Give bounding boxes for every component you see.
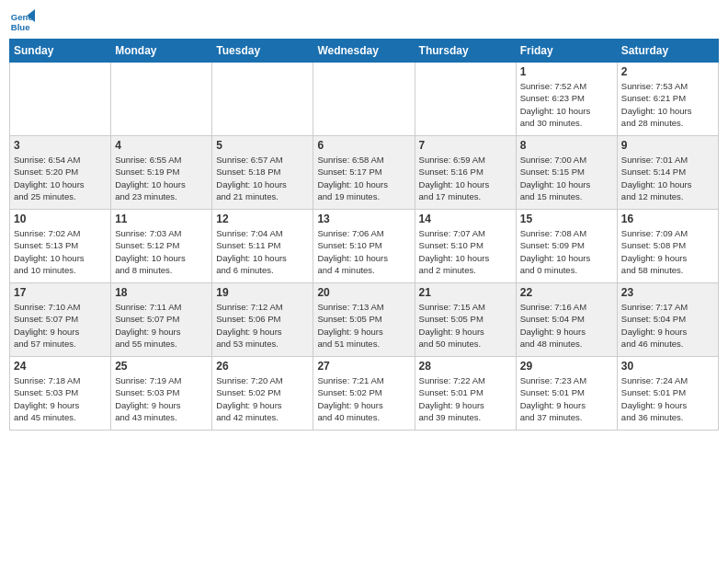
day-info: Sunrise: 7:12 AM Sunset: 5:06 PM Dayligh… xyxy=(216,301,309,350)
weekday-header-thursday: Thursday xyxy=(415,40,516,63)
calendar-cell xyxy=(10,63,111,136)
weekday-header-wednesday: Wednesday xyxy=(313,40,415,63)
day-info: Sunrise: 7:17 AM Sunset: 5:04 PM Dayligh… xyxy=(621,301,714,350)
day-info: Sunrise: 7:19 AM Sunset: 5:03 PM Dayligh… xyxy=(115,374,208,423)
day-info: Sunrise: 7:02 AM Sunset: 5:13 PM Dayligh… xyxy=(14,227,107,276)
calendar-cell: 3Sunrise: 6:54 AM Sunset: 5:20 PM Daylig… xyxy=(10,136,111,210)
calendar-cell: 8Sunrise: 7:00 AM Sunset: 5:15 PM Daylig… xyxy=(516,136,617,210)
calendar-cell: 14Sunrise: 7:07 AM Sunset: 5:10 PM Dayli… xyxy=(415,210,516,283)
day-number: 4 xyxy=(115,139,208,152)
day-number: 29 xyxy=(520,360,613,373)
day-info: Sunrise: 7:13 AM Sunset: 5:05 PM Dayligh… xyxy=(317,301,410,350)
day-info: Sunrise: 7:07 AM Sunset: 5:10 PM Dayligh… xyxy=(419,227,512,276)
calendar-cell: 29Sunrise: 7:23 AM Sunset: 5:01 PM Dayli… xyxy=(516,357,617,431)
day-number: 21 xyxy=(419,286,512,299)
day-info: Sunrise: 7:52 AM Sunset: 6:23 PM Dayligh… xyxy=(520,80,613,129)
weekday-header-friday: Friday xyxy=(516,40,617,63)
calendar-cell: 25Sunrise: 7:19 AM Sunset: 5:03 PM Dayli… xyxy=(111,357,212,431)
weekday-header-monday: Monday xyxy=(111,40,212,63)
calendar-cell: 1Sunrise: 7:52 AM Sunset: 6:23 PM Daylig… xyxy=(516,63,617,136)
day-number: 30 xyxy=(621,360,714,373)
calendar-cell: 7Sunrise: 6:59 AM Sunset: 5:16 PM Daylig… xyxy=(415,136,516,210)
day-info: Sunrise: 6:59 AM Sunset: 5:16 PM Dayligh… xyxy=(419,154,512,202)
day-number: 23 xyxy=(621,286,714,299)
calendar-table: SundayMondayTuesdayWednesdayThursdayFrid… xyxy=(9,39,719,431)
calendar-cell: 10Sunrise: 7:02 AM Sunset: 5:13 PM Dayli… xyxy=(10,210,111,283)
day-number: 20 xyxy=(317,286,410,299)
day-number: 28 xyxy=(419,360,512,373)
day-info: Sunrise: 7:04 AM Sunset: 5:11 PM Dayligh… xyxy=(216,227,309,276)
day-info: Sunrise: 7:20 AM Sunset: 5:02 PM Dayligh… xyxy=(216,374,309,423)
weekday-header-saturday: Saturday xyxy=(617,40,718,63)
day-number: 1 xyxy=(520,65,613,78)
day-number: 9 xyxy=(621,139,714,152)
day-info: Sunrise: 7:53 AM Sunset: 6:21 PM Dayligh… xyxy=(621,80,714,129)
calendar-cell: 23Sunrise: 7:17 AM Sunset: 5:04 PM Dayli… xyxy=(617,283,718,357)
day-info: Sunrise: 7:11 AM Sunset: 5:07 PM Dayligh… xyxy=(115,301,208,350)
calendar-cell: 19Sunrise: 7:12 AM Sunset: 5:06 PM Dayli… xyxy=(212,283,313,357)
day-number: 19 xyxy=(216,286,309,299)
day-number: 14 xyxy=(419,213,512,225)
logo-icon: General Blue xyxy=(9,9,35,35)
day-number: 18 xyxy=(115,286,208,299)
calendar-cell: 26Sunrise: 7:20 AM Sunset: 5:02 PM Dayli… xyxy=(212,357,313,431)
day-number: 16 xyxy=(621,213,714,225)
calendar-cell xyxy=(212,63,313,136)
day-info: Sunrise: 6:54 AM Sunset: 5:20 PM Dayligh… xyxy=(14,154,107,202)
calendar-cell: 21Sunrise: 7:15 AM Sunset: 5:05 PM Dayli… xyxy=(415,283,516,357)
day-info: Sunrise: 7:22 AM Sunset: 5:01 PM Dayligh… xyxy=(419,374,512,423)
calendar-cell xyxy=(111,63,212,136)
day-number: 22 xyxy=(520,286,613,299)
day-info: Sunrise: 7:24 AM Sunset: 5:01 PM Dayligh… xyxy=(621,374,714,423)
day-number: 8 xyxy=(520,139,613,152)
calendar-cell: 18Sunrise: 7:11 AM Sunset: 5:07 PM Dayli… xyxy=(111,283,212,357)
day-info: Sunrise: 7:16 AM Sunset: 5:04 PM Dayligh… xyxy=(520,301,613,350)
calendar-cell: 30Sunrise: 7:24 AM Sunset: 5:01 PM Dayli… xyxy=(617,357,718,431)
day-number: 7 xyxy=(419,139,512,152)
day-info: Sunrise: 6:58 AM Sunset: 5:17 PM Dayligh… xyxy=(317,154,410,202)
calendar-week-3: 10Sunrise: 7:02 AM Sunset: 5:13 PM Dayli… xyxy=(10,210,719,283)
day-info: Sunrise: 7:06 AM Sunset: 5:10 PM Dayligh… xyxy=(317,227,410,276)
day-info: Sunrise: 7:18 AM Sunset: 5:03 PM Dayligh… xyxy=(14,374,107,423)
calendar-cell: 13Sunrise: 7:06 AM Sunset: 5:10 PM Dayli… xyxy=(313,210,415,283)
day-info: Sunrise: 7:21 AM Sunset: 5:02 PM Dayligh… xyxy=(317,374,410,423)
calendar-cell: 2Sunrise: 7:53 AM Sunset: 6:21 PM Daylig… xyxy=(617,63,718,136)
day-info: Sunrise: 7:03 AM Sunset: 5:12 PM Dayligh… xyxy=(115,227,208,276)
day-info: Sunrise: 7:00 AM Sunset: 5:15 PM Dayligh… xyxy=(520,154,613,202)
day-number: 3 xyxy=(14,139,107,152)
day-number: 24 xyxy=(14,360,107,373)
calendar-week-5: 24Sunrise: 7:18 AM Sunset: 5:03 PM Dayli… xyxy=(10,357,719,431)
calendar-cell: 22Sunrise: 7:16 AM Sunset: 5:04 PM Dayli… xyxy=(516,283,617,357)
day-number: 2 xyxy=(621,65,714,78)
calendar-cell: 16Sunrise: 7:09 AM Sunset: 5:08 PM Dayli… xyxy=(617,210,718,283)
day-number: 15 xyxy=(520,213,613,225)
day-info: Sunrise: 7:23 AM Sunset: 5:01 PM Dayligh… xyxy=(520,374,613,423)
calendar-cell: 20Sunrise: 7:13 AM Sunset: 5:05 PM Dayli… xyxy=(313,283,415,357)
calendar-cell: 12Sunrise: 7:04 AM Sunset: 5:11 PM Dayli… xyxy=(212,210,313,283)
calendar-cell: 11Sunrise: 7:03 AM Sunset: 5:12 PM Dayli… xyxy=(111,210,212,283)
calendar-cell: 9Sunrise: 7:01 AM Sunset: 5:14 PM Daylig… xyxy=(617,136,718,210)
calendar-week-4: 17Sunrise: 7:10 AM Sunset: 5:07 PM Dayli… xyxy=(10,283,719,357)
calendar-cell: 17Sunrise: 7:10 AM Sunset: 5:07 PM Dayli… xyxy=(10,283,111,357)
day-number: 26 xyxy=(216,360,309,373)
weekday-header-row: SundayMondayTuesdayWednesdayThursdayFrid… xyxy=(10,40,719,63)
weekday-header-tuesday: Tuesday xyxy=(212,40,313,63)
calendar-cell: 27Sunrise: 7:21 AM Sunset: 5:02 PM Dayli… xyxy=(313,357,415,431)
calendar-cell: 24Sunrise: 7:18 AM Sunset: 5:03 PM Dayli… xyxy=(10,357,111,431)
calendar-cell: 28Sunrise: 7:22 AM Sunset: 5:01 PM Dayli… xyxy=(415,357,516,431)
calendar-cell: 15Sunrise: 7:08 AM Sunset: 5:09 PM Dayli… xyxy=(516,210,617,283)
day-info: Sunrise: 6:55 AM Sunset: 5:19 PM Dayligh… xyxy=(115,154,208,202)
day-number: 27 xyxy=(317,360,410,373)
day-number: 11 xyxy=(115,213,208,225)
day-info: Sunrise: 7:10 AM Sunset: 5:07 PM Dayligh… xyxy=(14,301,107,350)
day-number: 25 xyxy=(115,360,208,373)
day-info: Sunrise: 7:08 AM Sunset: 5:09 PM Dayligh… xyxy=(520,227,613,276)
day-number: 6 xyxy=(317,139,410,152)
day-info: Sunrise: 7:01 AM Sunset: 5:14 PM Dayligh… xyxy=(621,154,714,202)
day-number: 10 xyxy=(14,213,107,225)
calendar-cell: 5Sunrise: 6:57 AM Sunset: 5:18 PM Daylig… xyxy=(212,136,313,210)
svg-text:Blue: Blue xyxy=(11,22,30,32)
page-header: General Blue xyxy=(9,9,719,35)
weekday-header-sunday: Sunday xyxy=(10,40,111,63)
day-number: 5 xyxy=(216,139,309,152)
